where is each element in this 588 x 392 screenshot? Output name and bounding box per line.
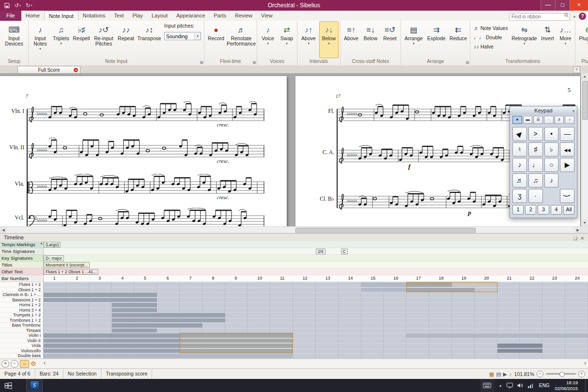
timeline-instrument-label[interactable]: Violoncello <box>0 348 43 354</box>
input-notes-button[interactable]: ♪Input Notes▾ <box>30 21 50 58</box>
reduce-button[interactable]: ⇇Reduce <box>448 21 468 58</box>
document-tab-full-score[interactable]: Full Score× <box>17 66 80 74</box>
above-button[interactable]: ≡↑Above <box>342 21 360 58</box>
jazz-articulations-tab[interactable]: ♯ <box>555 116 564 124</box>
hidden-icons-chevron[interactable]: ▲ <box>499 384 502 387</box>
timeline-track-tempo-markings[interactable]: (Largo) <box>44 241 588 248</box>
arrange-button[interactable]: ▤Arrange▾ <box>402 21 425 58</box>
timeline-instrument-label[interactable]: Bassoons 1 + 2 <box>0 298 43 303</box>
scroll-up-arrow[interactable]: ▲ <box>581 73 588 80</box>
tab-close-icon[interactable]: × <box>74 68 78 72</box>
invert-button[interactable]: ⇅Invert <box>539 21 556 58</box>
score-canvas[interactable]: 7Vln. I♭♭♭♭♭cresc.Vln. II♭♭♭♭♭cresc.Vla.… <box>0 73 588 226</box>
input-pitches-select[interactable]: Sounding▾ <box>164 32 201 40</box>
keypad-voice-2-button[interactable]: 2 <box>525 205 536 215</box>
triplets-button[interactable]: ♫Triplets▾ <box>51 21 71 58</box>
timeline-row-label-time-signatures[interactable]: Time Signatures <box>0 248 44 255</box>
expression-text[interactable]: cresc. <box>217 158 230 164</box>
staff-instrument-label[interactable]: Vln. I <box>8 108 24 114</box>
zoom-in-button[interactable]: + <box>578 371 585 377</box>
timeline-instrument-label[interactable]: Horns 3 + 4 <box>0 308 43 313</box>
repeat-button[interactable]: ♪♪Repeat <box>116 21 136 58</box>
timeline-event-chip[interactable]: D♭ major <box>44 255 64 261</box>
staff-instrument-label[interactable]: Vln. II <box>8 144 24 150</box>
tray-volume-icon[interactable] <box>517 383 523 388</box>
save-button[interactable] <box>2 3 12 8</box>
timeline-event-chip[interactable]: (Largo) <box>44 242 61 248</box>
keypad-voice-all-button[interactable]: All <box>563 205 574 215</box>
timeline-row-label-tempo-markings[interactable]: Tempo Markings▾ <box>0 241 44 248</box>
tab-text[interactable]: Text <box>109 11 128 20</box>
timeline-instrument-label[interactable]: Trumpets 1 + 2 <box>0 313 43 318</box>
staff-instrument-label[interactable]: Cl. B♭ <box>318 195 334 202</box>
renotate-performance-button[interactable]: ♬Renotate Performance <box>227 21 255 58</box>
tab-play[interactable]: Play <box>128 11 147 20</box>
timeline-instrument-label[interactable]: Horns 1 + 2 <box>0 302 43 308</box>
staff-instrument-label[interactable]: C. A. <box>318 149 334 155</box>
tray-display-icon[interactable] <box>507 383 513 388</box>
sibelius-taskbar-button[interactable]: S <box>26 379 43 392</box>
file-tab[interactable]: File <box>0 11 21 21</box>
keypad-tenuto-button[interactable]: — <box>560 127 574 141</box>
help-button[interactable]: ? <box>579 13 586 20</box>
tab-parts[interactable]: Parts <box>209 11 231 20</box>
note-values-button[interactable]: ♬Note Values <box>472 23 509 32</box>
keypad-eighth-note-button[interactable]: ♪ <box>512 158 527 172</box>
timeline-grid[interactable] <box>44 282 588 359</box>
timeline-instrument-label[interactable]: Bass Trombone <box>0 323 43 328</box>
timeline-event-chip[interactable]: C <box>341 249 348 254</box>
zoom-out-button[interactable]: − <box>537 371 543 377</box>
explode-button[interactable]: ⇉Explode <box>426 21 447 58</box>
timeline-scroll-right-arrow[interactable]: › <box>584 360 586 366</box>
tab-note-input[interactable]: Note Input <box>44 11 78 21</box>
retrograde-button[interactable]: ⇋Retrograde▾ <box>511 21 538 58</box>
tempo-filter-caret-icon[interactable]: ▾ <box>40 242 42 246</box>
plug-ins-button[interactable]: ⊕Plug-ins▾ <box>577 21 588 58</box>
input-devices-button[interactable]: ⌨Input Devices <box>1 21 27 58</box>
keypad-staccato-button[interactable]: • <box>544 127 559 141</box>
timeline-track-time-signatures[interactable]: 2/4C <box>44 248 588 255</box>
collapse-ribbon-button[interactable]: ▴ <box>572 13 577 19</box>
expression-text[interactable]: f <box>408 163 410 171</box>
timeline-event-chip[interactable]: Movement II (excerpt... <box>44 262 90 268</box>
tab-home[interactable]: Home <box>21 11 44 20</box>
score-page-left[interactable]: 7Vln. I♭♭♭♭♭cresc.Vln. II♭♭♭♭♭cresc.Vla.… <box>0 76 287 226</box>
keypad-accent-button[interactable]: > <box>528 127 543 141</box>
keypad-grace-note-button[interactable]: ♪ <box>544 173 559 188</box>
keypad-augmentation-dot-button[interactable]: · <box>528 189 543 203</box>
undo-button[interactable]: ↺▾ <box>13 0 23 10</box>
halve-button[interactable]: ♪♪Halve <box>472 42 509 51</box>
timeline-instrument-label[interactable]: Violin I <box>0 333 43 338</box>
record-button[interactable]: ●Record <box>206 21 226 58</box>
timeline-settings-gear-icon[interactable]: ⚙ <box>31 360 36 368</box>
tab-review[interactable]: Review <box>231 11 257 20</box>
timeline-track-bar-numbers[interactable]: 123456789101112131415161718192021222324 <box>44 275 588 282</box>
tray-network-icon[interactable] <box>527 383 534 388</box>
touch-keyboard-button[interactable] <box>480 379 495 392</box>
keypad-voice-4-button[interactable]: 4 <box>551 205 562 215</box>
clock[interactable]: 18:19 02/06/2015 <box>555 380 578 392</box>
dialog-launcher-icon[interactable]: ▦ <box>200 59 203 66</box>
keypad-pointer-arrow-button[interactable]: ▶ <box>512 127 527 141</box>
timeline-row-label-titles[interactable]: Titles <box>0 262 44 268</box>
timeline-instrument-label[interactable]: Timpani <box>0 328 43 333</box>
timeline-instrument-label[interactable]: Oboes 1 + 2 <box>0 287 43 293</box>
timeline-track-other-text[interactable]: Flutes 1 + 2 Oboes 1 ...41... <box>44 268 588 275</box>
timeline-instrument-label[interactable]: Flutes 1 + 2 <box>0 282 43 287</box>
expression-text[interactable]: p <box>468 209 471 217</box>
keypad-rewind-button[interactable]: ◀◀ <box>560 142 574 157</box>
dialog-launcher-icon[interactable]: ▦ <box>465 59 469 66</box>
timeline-instrument-label[interactable]: Double bass <box>0 353 43 359</box>
zoom-slider-thumb[interactable] <box>559 372 565 377</box>
close-button[interactable]: × <box>570 0 588 11</box>
staff-instrument-label[interactable]: Fl. <box>318 108 334 114</box>
tab-notations[interactable]: Notations <box>78 11 109 20</box>
swap-button[interactable]: ⇄Swap▾ <box>278 21 295 58</box>
reset-button[interactable]: ≡↺Reset <box>381 21 399 58</box>
tab-appearance[interactable]: Appearance <box>172 11 209 20</box>
transport-panel-toggle-icon[interactable]: ▶ <box>503 371 507 377</box>
keypad-sixteenth-note-button[interactable]: ♬ <box>512 173 527 188</box>
keypad-close-button[interactable]: × <box>572 107 575 115</box>
accidentals-tab[interactable]: ♭ <box>565 116 574 124</box>
maximize-button[interactable]: □ <box>555 0 570 11</box>
